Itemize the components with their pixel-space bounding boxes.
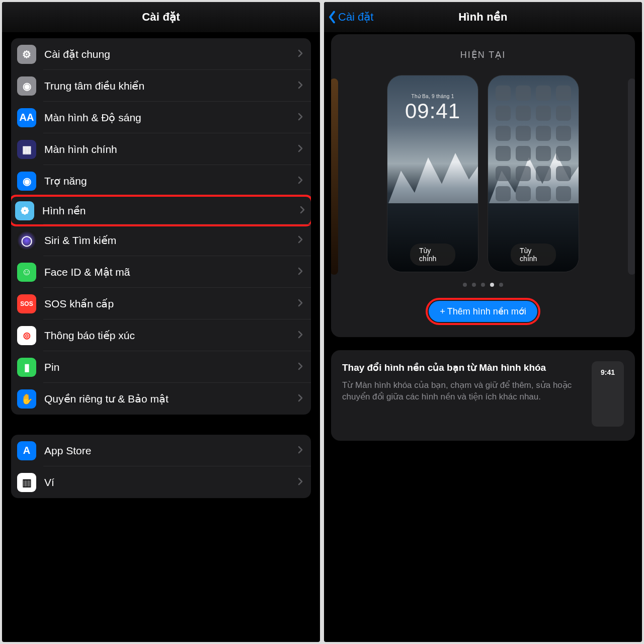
privacy-icon: ✋: [17, 389, 36, 409]
settings-row-label: App Store: [44, 445, 298, 457]
chevron-right-icon: [298, 446, 303, 456]
info-text: Thay đổi hình nền của bạn từ Màn hình kh…: [342, 361, 583, 427]
nav-header: Cài đặt Hình nền: [324, 2, 642, 32]
page-title: Cài đặt: [142, 11, 180, 24]
settings-row-label: Cài đặt chung: [44, 48, 298, 60]
lock-time: 09:41: [405, 99, 460, 123]
info-card: Thay đổi hình nền của bạn từ Màn hình kh…: [331, 350, 635, 441]
siri-icon: ◯: [17, 231, 36, 250]
plus-icon: +: [440, 306, 445, 317]
add-wallpaper-button[interactable]: +Thêm hình nền mới: [429, 301, 537, 322]
nav-header: Cài đặt: [2, 2, 320, 32]
settings-screen: Cài đặt ⚙ Cài đặt chung ◉ Trung tâm điều…: [2, 2, 320, 642]
settings-row-label: Siri & Tìm kiếm: [44, 234, 298, 247]
settings-row-label: Face ID & Mật mã: [44, 266, 298, 278]
mini-time: 9:41: [601, 368, 615, 376]
settings-row-display-brightness[interactable]: AA Màn hình & Độ sáng: [11, 102, 311, 133]
customize-home-button[interactable]: Tùy chỉnh: [511, 244, 556, 266]
settings-row-label: Quyền riêng tư & Bảo mật: [44, 393, 298, 405]
settings-row-label: Trung tâm điều khiển: [44, 80, 298, 92]
chevron-right-icon: [300, 206, 305, 216]
lock-date: Thứ Ba, 9 tháng 1: [411, 94, 454, 99]
chevron-right-icon: [298, 331, 303, 341]
chevron-right-icon: [298, 176, 303, 186]
gear-icon: ⚙: [17, 45, 36, 64]
wallet-icon: ▥: [17, 473, 36, 492]
lock-screen-preview[interactable]: Thứ Ba, 9 tháng 1 09:41 Tùy chỉnh: [387, 75, 478, 272]
chevron-right-icon: [298, 235, 303, 246]
chevron-right-icon: [298, 362, 303, 372]
settings-row-label: Trợ năng: [44, 175, 298, 187]
info-desc: Từ Màn hình khóa của bạn, chạm và giữ để…: [342, 379, 583, 404]
page-dot[interactable]: [490, 283, 494, 287]
back-button[interactable]: Cài đặt: [328, 2, 373, 32]
faceid-icon: ☺: [17, 263, 36, 282]
page-dot[interactable]: [463, 283, 467, 287]
chevron-right-icon: [298, 299, 303, 309]
next-wallpaper-sliver[interactable]: [628, 78, 635, 275]
settings-row-appstore[interactable]: A App Store: [11, 435, 311, 466]
settings-row-sos[interactable]: SOS SOS khẩn cấp: [11, 288, 311, 319]
settings-group-store: A App Store ▥ Ví: [11, 435, 311, 498]
chevron-right-icon: [298, 267, 303, 277]
chevron-right-icon: [298, 81, 303, 91]
settings-row-battery[interactable]: ▮ Pin: [11, 351, 311, 383]
settings-row-control-center[interactable]: ◉ Trung tâm điều khiển: [11, 70, 311, 102]
control-center-icon: ◉: [17, 76, 36, 96]
settings-row-gear[interactable]: ⚙ Cài đặt chung: [11, 38, 311, 70]
settings-row-label: Pin: [44, 361, 298, 373]
customize-lock-button[interactable]: Tùy chỉnh: [410, 244, 455, 266]
home-icon-grid: [496, 86, 571, 201]
settings-row-wallpaper[interactable]: ❁ Hình nền: [11, 195, 311, 226]
settings-row-siri[interactable]: ◯ Siri & Tìm kiếm: [11, 224, 311, 256]
settings-row-label: Thông báo tiếp xúc: [44, 330, 298, 342]
chevron-right-icon: [298, 49, 303, 59]
chevron-left-icon: [328, 11, 336, 24]
settings-row-home-screen[interactable]: ▦ Màn hình chính: [11, 133, 311, 165]
chevron-right-icon: [298, 477, 303, 488]
wallpaper-screen: Cài đặt Hình nền HIỆN TẠI Thứ Ba, 9 thán…: [324, 2, 642, 642]
home-screen-preview[interactable]: Tùy chỉnh: [488, 75, 579, 272]
settings-row-label: Màn hình chính: [44, 143, 298, 155]
settings-row-faceid[interactable]: ☺ Face ID & Mật mã: [11, 256, 311, 288]
chevron-right-icon: [298, 113, 303, 123]
current-label: HIỆN TẠI: [460, 49, 506, 60]
chevron-right-icon: [298, 144, 303, 154]
page-dots[interactable]: [463, 283, 503, 287]
settings-row-exposure[interactable]: ⊚ Thông báo tiếp xúc: [11, 319, 311, 351]
info-title: Thay đổi hình nền của bạn từ Màn hình kh…: [342, 361, 583, 374]
add-wallpaper-label: Thêm hình nền mới: [447, 306, 526, 317]
settings-row-privacy[interactable]: ✋ Quyền riêng tư & Bảo mật: [11, 383, 311, 415]
back-label: Cài đặt: [338, 11, 373, 24]
exposure-icon: ⊚: [17, 326, 36, 345]
settings-group-main: ⚙ Cài đặt chung ◉ Trung tâm điều khiển A…: [11, 38, 311, 415]
page-title: Hình nền: [458, 11, 507, 24]
appstore-icon: A: [17, 441, 36, 460]
page-dot[interactable]: [499, 283, 503, 287]
settings-row-label: Hình nền: [42, 205, 300, 217]
battery-icon: ▮: [17, 358, 36, 377]
settings-row-accessibility[interactable]: ◉ Trợ năng: [11, 165, 311, 197]
display-brightness-icon: AA: [17, 108, 36, 127]
wallpaper-icon: ❁: [15, 201, 34, 220]
home-screen-icon: ▦: [17, 140, 36, 159]
settings-body: ⚙ Cài đặt chung ◉ Trung tâm điều khiển A…: [2, 32, 320, 642]
settings-row-label: Ví: [44, 476, 298, 489]
add-wallpaper-highlight: +Thêm hình nền mới: [426, 298, 540, 325]
settings-row-label: SOS khẩn cấp: [44, 298, 298, 310]
preview-row: Thứ Ba, 9 tháng 1 09:41 Tùy chỉnh: [339, 75, 627, 272]
chevron-right-icon: [298, 394, 303, 404]
settings-row-label: Màn hình & Độ sáng: [44, 112, 298, 124]
page-dot[interactable]: [481, 283, 485, 287]
sos-icon: SOS: [17, 294, 36, 313]
prev-wallpaper-sliver[interactable]: [331, 78, 338, 275]
wallpaper-body: HIỆN TẠI Thứ Ba, 9 tháng 1 09:41 Tùy chỉ…: [324, 32, 642, 642]
mini-lock-preview: 9:41: [592, 361, 624, 427]
current-wallpaper-card: HIỆN TẠI Thứ Ba, 9 tháng 1 09:41 Tùy chỉ…: [331, 34, 635, 337]
page-dot[interactable]: [472, 283, 476, 287]
accessibility-icon: ◉: [17, 172, 36, 191]
settings-row-wallet[interactable]: ▥ Ví: [11, 466, 311, 498]
